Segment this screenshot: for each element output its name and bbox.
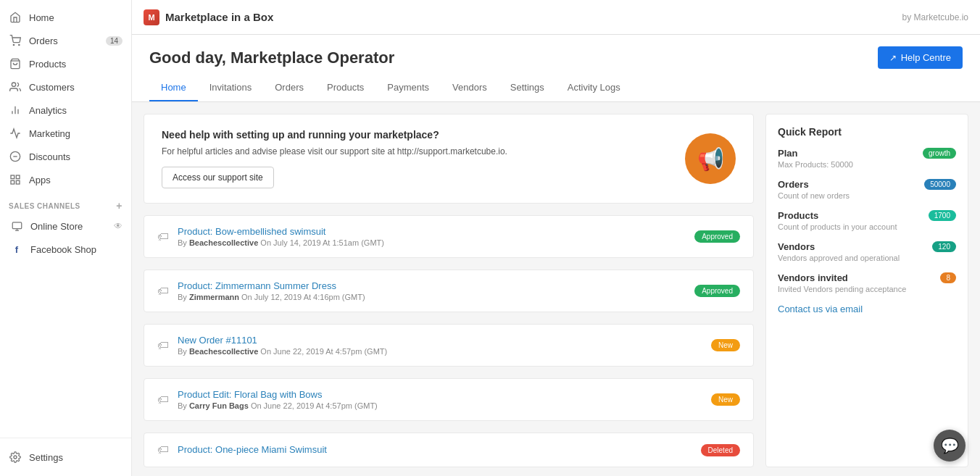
access-support-button[interactable]: Access our support site	[162, 167, 274, 188]
online-store-icon	[10, 220, 23, 233]
report-products-badge: 1700	[929, 210, 956, 221]
main-content: M Marketplace in a Box by Marketcube.io …	[132, 0, 980, 476]
orders-badge: 14	[106, 36, 122, 46]
activity-title-3[interactable]: Product Edit: Floral Bag with Bows	[178, 389, 702, 400]
sidebar-item-orders[interactable]: Orders 14	[0, 29, 131, 52]
sidebar-item-facebook-shop[interactable]: f Facebook Shop	[0, 238, 131, 261]
tab-vendors[interactable]: Vendors	[441, 75, 499, 101]
external-link-icon: ↗	[889, 53, 897, 63]
content-area: Need help with setting up and running yo…	[132, 102, 980, 476]
logo-icon: M	[144, 9, 159, 25]
marketing-icon	[9, 127, 22, 140]
settings-label: Settings	[29, 452, 63, 463]
sidebar-item-products[interactable]: Products	[0, 52, 131, 75]
tab-home[interactable]: Home	[149, 75, 198, 101]
report-products-sub: Count of products in your account	[778, 222, 897, 231]
sidebar-item-customers[interactable]: Customers	[0, 75, 131, 99]
contact-email-link[interactable]: Contact us via email	[778, 304, 956, 314]
sidebar-bottom: Settings	[0, 438, 131, 476]
sidebar-label-customers: Customers	[29, 82, 75, 93]
quick-report-title: Quick Report	[778, 126, 956, 138]
activity-vendor-0: Beachescollective	[189, 238, 258, 247]
activity-item-4: 🏷 Product: One-piece Miami Swimsuit Dele…	[144, 433, 754, 467]
report-row-orders: Orders Count of new orders 50000	[778, 179, 956, 200]
activity-item-1: 🏷 Product: Zimmermann Summer Dress By Zi…	[144, 270, 754, 312]
facebook-icon: f	[10, 243, 23, 256]
help-centre-button[interactable]: ↗ Help Centre	[878, 46, 963, 69]
activity-date-0: On July 14, 2019 At 1:51am (GMT)	[260, 238, 384, 247]
svg-rect-9	[11, 175, 14, 179]
app-name: Marketplace in a Box	[165, 11, 273, 23]
activity-vendor-1: Zimmermann	[189, 293, 239, 301]
sidebar-label-products: Products	[29, 59, 66, 70]
svg-rect-13	[12, 222, 22, 228]
report-plan-label: Plan	[778, 148, 853, 159]
sidebar-label-home: Home	[29, 12, 54, 23]
products-icon	[9, 57, 22, 70]
quick-report: Quick Report Plan Max Products: 50000 gr…	[765, 114, 968, 467]
header-top: Good day, Marketplace Operator ↗ Help Ce…	[132, 35, 980, 75]
sidebar-item-marketing[interactable]: Marketing	[0, 122, 131, 145]
report-vendors-sub: Vendors approved and operational	[778, 254, 900, 262]
activity-vendor-2: Beachescollective	[189, 347, 258, 356]
report-vendors-badge: 120	[932, 241, 956, 252]
activity-title-4[interactable]: Product: One-piece Miami Swimsuit	[178, 444, 692, 455]
chat-button[interactable]: 💬	[934, 430, 966, 462]
tabs-bar: Home Invitations Orders Products Payment…	[132, 75, 980, 101]
help-card-description: For helpful articles and advise please v…	[162, 145, 673, 158]
activity-meta-1: By Zimmermann On July 12, 2019 At 4:16pm…	[178, 293, 686, 301]
customers-icon	[9, 80, 22, 93]
tab-products[interactable]: Products	[315, 75, 375, 101]
report-plan-sub: Max Products: 50000	[778, 160, 853, 169]
sidebar-nav: Home Orders 14 Products Customers Anal	[0, 0, 131, 438]
sidebar-item-analytics[interactable]: Analytics	[0, 99, 131, 122]
sidebar-item-home[interactable]: Home	[0, 6, 131, 29]
eye-icon[interactable]: 👁	[114, 221, 122, 231]
facebook-shop-label: Facebook Shop	[30, 244, 96, 255]
add-sales-channel-icon[interactable]: +	[116, 200, 122, 212]
tag-icon-3: 🏷	[157, 393, 169, 406]
sidebar-label-discounts: Discounts	[29, 151, 70, 162]
svg-rect-12	[11, 180, 14, 184]
activity-date-1: On July 12, 2019 At 4:16pm (GMT)	[241, 293, 365, 301]
online-store-label: Online Store	[30, 221, 83, 232]
activity-meta-3: By Carry Fun Bags On June 22, 2019 At 4:…	[178, 401, 702, 410]
sales-channels-label: SALES CHANNELS	[9, 202, 80, 210]
tab-orders[interactable]: Orders	[263, 75, 315, 101]
tab-payments[interactable]: Payments	[375, 75, 441, 101]
svg-rect-11	[16, 180, 20, 184]
tag-icon-1: 🏷	[157, 285, 169, 298]
activity-badge-4: Deleted	[701, 444, 740, 456]
report-row-plan: Plan Max Products: 50000 growth	[778, 148, 956, 169]
sidebar: Home Orders 14 Products Customers Anal	[0, 0, 132, 476]
activity-meta-2: By Beachescollective On June 22, 2019 At…	[178, 347, 702, 356]
sidebar-item-apps[interactable]: Apps	[0, 168, 131, 191]
sidebar-item-settings[interactable]: Settings	[0, 446, 131, 469]
tab-activity-logs[interactable]: Activity Logs	[556, 75, 632, 101]
report-row-vendors: Vendors Vendors approved and operational…	[778, 241, 956, 262]
activity-title-0[interactable]: Product: Bow-embellished swimsuit	[178, 226, 686, 237]
tab-settings[interactable]: Settings	[499, 75, 556, 101]
help-card: Need help with setting up and running yo…	[144, 114, 754, 204]
activity-date-3: On June 22, 2019 At 4:57pm (GMT)	[251, 401, 378, 410]
svg-point-0	[13, 44, 14, 45]
sidebar-item-discounts[interactable]: Discounts	[0, 145, 131, 168]
sidebar-label-analytics: Analytics	[29, 105, 67, 116]
tab-invitations[interactable]: Invitations	[198, 75, 264, 101]
report-row-vendors-invited: Vendors invited Invited Vendors pending …	[778, 272, 956, 293]
sidebar-item-online-store[interactable]: Online Store 👁	[0, 214, 131, 238]
help-card-title: Need help with setting up and running yo…	[162, 129, 673, 141]
report-orders-label: Orders	[778, 179, 850, 190]
apps-icon	[9, 173, 22, 186]
main-header: Good day, Marketplace Operator ↗ Help Ce…	[132, 35, 980, 102]
report-vendors-label: Vendors	[778, 241, 900, 252]
analytics-icon	[9, 104, 22, 117]
tag-icon-2: 🏷	[157, 339, 169, 352]
activity-title-2[interactable]: New Order #11101	[178, 335, 702, 346]
report-orders-badge: 50000	[924, 179, 956, 190]
sales-channels-section: SALES CHANNELS +	[0, 191, 131, 214]
activity-item-0: 🏷 Product: Bow-embellished swimsuit By B…	[144, 215, 754, 258]
activity-title-1[interactable]: Product: Zimmermann Summer Dress	[178, 280, 686, 291]
svg-point-16	[14, 456, 17, 459]
report-orders-sub: Count of new orders	[778, 191, 850, 200]
